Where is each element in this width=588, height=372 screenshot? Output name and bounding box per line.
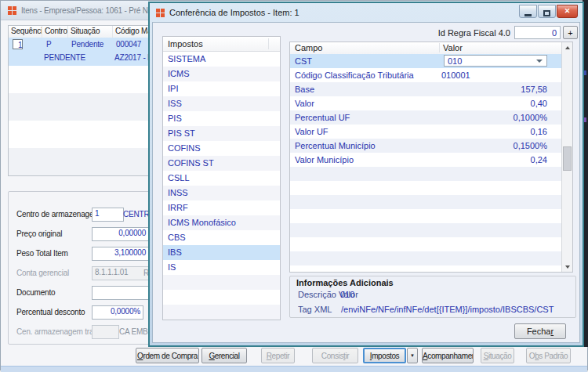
minimize-button[interactable] xyxy=(519,5,537,18)
campo-table-row[interactable]: Valor Município0,24 xyxy=(290,153,561,167)
field-label: Cen. armazenagem transf xyxy=(16,327,103,336)
scroll-down-button[interactable] xyxy=(562,261,572,272)
impostos-list-item[interactable]: PIS xyxy=(163,111,280,126)
chevron-down-icon xyxy=(536,60,543,63)
impostos-list-header: Impostos xyxy=(163,37,280,52)
impostos-list-item[interactable]: PIS ST xyxy=(163,126,280,141)
tag-xml-label: Tag XML xyxy=(298,305,332,314)
field-label: Percentual desconto xyxy=(16,308,85,316)
strip-speck xyxy=(584,70,586,75)
minimize-icon xyxy=(524,14,532,16)
impostos-list-item[interactable]: CBS xyxy=(163,230,280,245)
window-bottom-chrome xyxy=(1,366,587,372)
campo-cell: Código Classificação Tributária xyxy=(295,70,414,80)
campo-table-row[interactable]: Valor0,40 xyxy=(290,96,561,110)
maximize-icon xyxy=(543,10,550,16)
impostos-list-item[interactable]: COFINS xyxy=(163,141,280,156)
impostos-list-item[interactable]: COFINS ST xyxy=(163,156,280,171)
strip-speck xyxy=(584,117,586,122)
cell-codigo: 000047 xyxy=(116,40,141,49)
impostos-list-item[interactable]: IRRF xyxy=(163,200,280,215)
impostos-list-empty-row xyxy=(163,290,280,305)
impostos-list-item[interactable]: CSLL xyxy=(163,171,280,186)
footer-button-impostos[interactable]: Impostos xyxy=(363,348,406,363)
field-input[interactable]: 3,100000 xyxy=(92,247,149,261)
arrow-down-icon xyxy=(565,265,570,269)
campo-table-empty-row xyxy=(290,167,561,181)
id-regra-plus-button[interactable]: + xyxy=(563,26,578,39)
table-scrollbar[interactable] xyxy=(561,42,572,272)
scrollbar-thumb[interactable] xyxy=(563,146,572,171)
footer-button-ordem-de-compra[interactable]: Ordem de Compra xyxy=(136,348,199,363)
modal-title: Conferência de Impostos - Item: 1 xyxy=(169,8,299,17)
descricao-valor-value: 010 xyxy=(340,290,354,299)
field-input[interactable]: 0,0000% xyxy=(92,305,143,320)
field-label: Preço original xyxy=(16,229,62,238)
field-input[interactable] xyxy=(92,286,149,300)
id-regra-fiscal-input[interactable]: 0 xyxy=(514,26,561,39)
modal-content: Id Regra Fiscal 4.0 0 + Impostos SISTEMA… xyxy=(152,22,580,343)
impostos-list-item[interactable]: SISTEMA xyxy=(163,52,280,67)
items-column-header[interactable]: Controle xyxy=(42,26,68,38)
conferencia-impostos-window: Conferência de Impostos - Item: 1 ✕ Id R… xyxy=(148,2,584,347)
items-column-header[interactable]: Situação xyxy=(68,26,113,38)
arrow-up-icon xyxy=(565,46,570,49)
impostos-list-item[interactable]: ICMS xyxy=(163,67,280,81)
maximize-button[interactable] xyxy=(538,5,556,18)
footer-button-obs-padr-o: Obs Padrão xyxy=(526,348,571,363)
field-label: Documento xyxy=(16,288,55,297)
campo-cell: Base xyxy=(295,85,314,94)
scroll-up-button[interactable] xyxy=(562,42,572,53)
impostos-list-item[interactable]: IPI xyxy=(163,81,280,96)
close-button[interactable]: ✕ xyxy=(557,5,578,18)
campo-table-empty-row xyxy=(290,195,561,209)
impostos-list-item[interactable]: IBS xyxy=(163,245,280,260)
items-column-header[interactable]: Sequência xyxy=(9,26,42,38)
app-icon xyxy=(156,9,165,17)
modal-titlebar[interactable]: Conferência de Impostos - Item: 1 xyxy=(150,3,583,22)
campo-table-row[interactable]: Percentual Município0,1500% xyxy=(290,139,561,153)
campo-table-row[interactable]: Valor UF0,16 xyxy=(290,125,561,139)
campo-table-empty-row xyxy=(290,223,561,237)
footer-button-situa-o: Situação xyxy=(481,348,514,363)
fechar-button[interactable]: Fechar xyxy=(514,323,566,339)
campo-cell: Percentual UF xyxy=(295,113,350,122)
impostos-list-item[interactable]: ISS xyxy=(163,96,280,111)
impostos-list-item[interactable]: ICMS Monofásico xyxy=(163,215,280,230)
field-input xyxy=(92,325,119,339)
impostos-dropdown-button[interactable]: ▼ xyxy=(407,348,418,363)
impostos-list-item[interactable]: IS xyxy=(163,260,280,275)
field-input[interactable]: 1 xyxy=(92,208,124,222)
cst-combobox[interactable]: 010 xyxy=(444,55,547,67)
field-input[interactable]: 0,00000 xyxy=(92,227,149,241)
footer-button-gerencial[interactable]: Gerencial xyxy=(201,348,247,363)
impostos-list-item[interactable]: INSS xyxy=(163,186,280,200)
campo-table-empty-row xyxy=(290,209,561,223)
valor-cell: 0,1500% xyxy=(514,141,547,150)
campo-cell: Valor UF xyxy=(295,127,328,136)
campo-table-empty-row xyxy=(290,181,561,195)
valor-cell: 0,1000% xyxy=(514,113,547,122)
field-label: Centro de armazenagem xyxy=(16,210,100,219)
campo-table-empty-row xyxy=(290,265,561,273)
valor-column-header: Valor xyxy=(439,43,463,52)
campo-table-row[interactable]: Código Classificação Tributária010001 xyxy=(290,68,561,82)
campo-table-row[interactable]: Percentual UF0,1000% xyxy=(290,110,561,125)
footer-button-repetir: Repetir xyxy=(261,348,295,363)
valor-cell: 0,40 xyxy=(531,99,547,108)
footer-button-bar: ▼ Ordem de CompraGerencialRepetirConsist… xyxy=(1,348,587,364)
campo-column-header: Campo xyxy=(295,43,322,52)
campo-table-empty-row xyxy=(290,251,561,265)
campo-table-empty-row xyxy=(290,237,561,251)
campo-cell: Percentual Município xyxy=(295,141,376,150)
field-input: 8.1.1.1.01 xyxy=(92,266,149,280)
impostos-list-empty-row xyxy=(163,320,280,320)
campo-cell: Valor Município xyxy=(295,155,354,164)
footer-button-acompanhamento[interactable]: Acompanhamento xyxy=(422,348,474,363)
campo-table-row[interactable]: Base157,58 xyxy=(290,82,561,96)
campo-cell: CST xyxy=(295,56,312,66)
campo-valor-table: Campo Valor CST010Código Classificação T… xyxy=(289,42,573,273)
cell-sequencia: 1 xyxy=(18,41,22,49)
app-icon xyxy=(8,6,16,15)
campo-table-row[interactable]: CST010 xyxy=(290,54,561,68)
